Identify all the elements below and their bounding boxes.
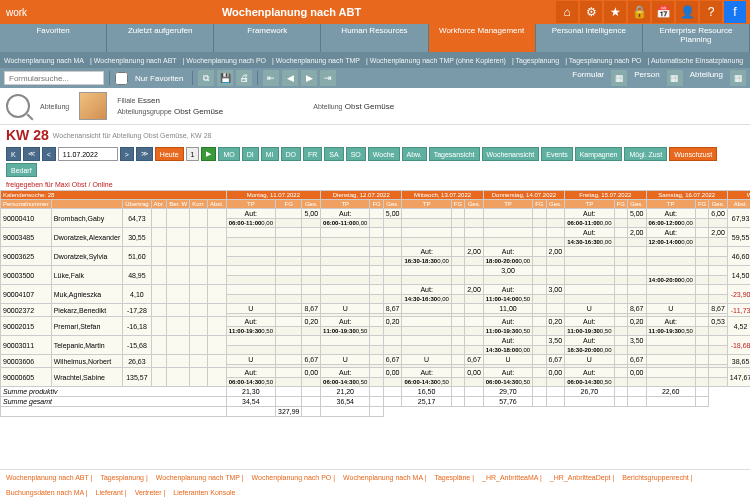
tb-right-2[interactable]: Abteilung — [686, 70, 727, 86]
table-body: 90000410Brombach,Gaby64,73Aut:5,00Aut:5,… — [1, 209, 751, 417]
footer-link-11[interactable]: Vertreter | — [135, 489, 166, 496]
ctrl-btn-3[interactable]: 11.07.2022 — [58, 147, 118, 161]
app-name: work — [0, 7, 27, 18]
table-head: Kalenderwoche: 28Montag, 11.07.2022Diens… — [1, 191, 751, 209]
tab-3[interactable]: Human Resources — [321, 24, 428, 52]
sublink-2[interactable]: | Wochenplanung nach PO — [183, 57, 266, 64]
schedule-table-wrap[interactable]: Kalenderwoche: 28Montag, 11.07.2022Diens… — [0, 190, 750, 470]
tab-2[interactable]: Framework — [214, 24, 321, 52]
tb-right-1[interactable]: Person — [630, 70, 663, 86]
sub-nav: Wochenplanung nach MA| Wochenplanung nac… — [0, 52, 750, 68]
page-title: Wochenplanung nach ABT — [27, 6, 556, 18]
ctrl-btn-13[interactable]: FR — [303, 147, 322, 161]
search-icon[interactable] — [6, 94, 30, 118]
lock-icon[interactable]: 🔒 — [628, 1, 650, 23]
tb-right-btn-1[interactable]: ▦ — [667, 70, 683, 86]
tab-0[interactable]: Favoriten — [0, 24, 107, 52]
top-tabs: FavoritenZuletzt aufgerufenFrameworkHuma… — [0, 24, 750, 52]
tab-4[interactable]: Workforce Management — [429, 24, 536, 52]
ctrl-btn-12[interactable]: DO — [281, 147, 302, 161]
footer-link-12[interactable]: Lieferanten Konsole — [173, 489, 235, 496]
ctrl-btn-23[interactable]: Wunschzust — [669, 147, 717, 161]
facebook-icon[interactable]: f — [724, 1, 746, 23]
app-header: work Wochenplanung nach ABT ⌂ ⚙ ★ 🔒 📅 👤 … — [0, 0, 750, 24]
ctrl-btn-16[interactable]: Woche — [368, 147, 400, 161]
footer-link-3[interactable]: Wochenplanung nach PO | — [252, 474, 335, 481]
footer-link-8[interactable]: Berichtsgruppenrecht | — [622, 474, 692, 481]
sublink-6[interactable]: | Tagesplanung nach PO — [565, 57, 641, 64]
release-note: freigegeben für Maxi Obst / Online — [0, 179, 750, 190]
sublink-3[interactable]: | Wochenplanung nach TMP — [272, 57, 360, 64]
footer-link-1[interactable]: Tagesplanung | — [100, 474, 147, 481]
tb-save-icon[interactable]: 💾 — [217, 70, 233, 86]
ctrl-btn-22[interactable]: Mögl. Zust — [624, 147, 667, 161]
ctrl-btn-8[interactable]: ▶ — [201, 147, 216, 161]
schedule-table: Kalenderwoche: 28Montag, 11.07.2022Diens… — [0, 190, 750, 417]
footer-link-5[interactable]: Tagespläne | — [434, 474, 474, 481]
sublink-1[interactable]: | Wochenplanung nach ABT — [90, 57, 177, 64]
footer-link-10[interactable]: Lieferant | — [96, 489, 127, 496]
ctrl-btn-15[interactable]: SO — [346, 147, 366, 161]
tb-nav-next-icon[interactable]: ▶ — [301, 70, 317, 86]
ctrl-btn-18[interactable]: Tagesansicht — [429, 147, 480, 161]
sublink-7[interactable]: | Automatische Einsatzplanung — [648, 57, 744, 64]
tb-print-icon[interactable]: 🖨 — [236, 70, 252, 86]
ctrl-btn-6[interactable]: Heute — [155, 147, 184, 161]
ctrl-btn-20[interactable]: Events — [541, 147, 572, 161]
footer-link-9[interactable]: Buchungsdaten nach MA | — [6, 489, 88, 496]
sublink-5[interactable]: | Tagesplanung — [512, 57, 559, 64]
tab-1[interactable]: Zuletzt aufgerufen — [107, 24, 214, 52]
footer-link-7[interactable]: _HR_AnbritteaDept | — [550, 474, 614, 481]
control-row: K≪<11.07.2022>≫Heute1▶MODIMIDOFRSASOWoch… — [0, 145, 750, 179]
user-icon[interactable]: 👤 — [676, 1, 698, 23]
tb-copy-icon[interactable]: ⧉ — [198, 70, 214, 86]
favorites-checkbox[interactable] — [115, 72, 128, 85]
tb-right-btn-2[interactable]: ▦ — [730, 70, 746, 86]
footer-link-0[interactable]: Wochenplanung nach ABT | — [6, 474, 92, 481]
ctrl-btn-10[interactable]: DI — [242, 147, 259, 161]
search-input[interactable] — [4, 71, 104, 85]
week-subtitle: Wochenansicht für Abteilung Obst Gemüse,… — [53, 132, 212, 139]
ctrl-btn-21[interactable]: Kampagnen — [575, 147, 623, 161]
tab-5[interactable]: Personal Intelligence — [536, 24, 643, 52]
tb-right-btn-0[interactable]: ▦ — [611, 70, 627, 86]
star-icon[interactable]: ★ — [604, 1, 626, 23]
tb-nav-last-icon[interactable]: ⇥ — [320, 70, 336, 86]
ctrl-btn-9[interactable]: MO — [218, 147, 239, 161]
tab-6[interactable]: Enterprise Resource Planning — [643, 24, 750, 52]
ctrl-btn-4[interactable]: > — [120, 147, 134, 161]
sublink-4[interactable]: | Wochenplanung nach TMP (ohne Kopieren) — [366, 57, 506, 64]
ctrl-btn-17[interactable]: Abw. — [402, 147, 427, 161]
footer-link-2[interactable]: Wochenplanung nach TMP | — [156, 474, 244, 481]
ctrl-btn-1[interactable]: ≪ — [23, 147, 40, 161]
tb-nav-prev-icon[interactable]: ◀ — [282, 70, 298, 86]
week-row: KW 28 Wochenansicht für Abteilung Obst G… — [0, 125, 750, 145]
ctrl-btn-0[interactable]: K — [6, 147, 21, 161]
header-icons: ⌂ ⚙ ★ 🔒 📅 👤 ? f — [556, 1, 750, 23]
toolbar-right: Formular▦Person▦Abteilung▦ — [568, 70, 746, 86]
ctrl-btn-5[interactable]: ≫ — [136, 147, 153, 161]
calendar-icon[interactable]: 📅 — [652, 1, 674, 23]
week-number: KW 28 — [6, 127, 49, 143]
help-icon[interactable]: ? — [700, 1, 722, 23]
ctrl-btn-7[interactable]: 1 — [186, 147, 200, 161]
footer-link-4[interactable]: Wochenplanung nach MA | — [343, 474, 426, 481]
ctrl-btn-2[interactable]: < — [42, 147, 56, 161]
footer-link-6[interactable]: _HR_AnbritteaMA | — [482, 474, 542, 481]
favorites-label: Nur Favoriten — [131, 74, 187, 83]
ctrl-btn-24[interactable]: Bedarf — [6, 163, 37, 177]
tb-nav-first-icon[interactable]: ⇤ — [263, 70, 279, 86]
abt-label: Abteilung — [40, 103, 69, 110]
ctrl-btn-19[interactable]: Wochenansicht — [482, 147, 540, 161]
gear-icon[interactable]: ⚙ — [580, 1, 602, 23]
home-icon[interactable]: ⌂ — [556, 1, 578, 23]
toolbar: Nur Favoriten ⧉ 💾 🖨 ⇤ ◀ ▶ ⇥ Formular▦Per… — [0, 68, 750, 88]
avatar — [79, 92, 107, 120]
filter-row: Abteilung Filiale Essen Abteilungsgruppe… — [0, 88, 750, 125]
ctrl-btn-14[interactable]: SA — [324, 147, 343, 161]
tb-right-0[interactable]: Formular — [568, 70, 608, 86]
ctrl-btn-11[interactable]: MI — [261, 147, 279, 161]
sublink-0[interactable]: Wochenplanung nach MA — [4, 57, 84, 64]
footer-links: Wochenplanung nach ABT |Tagesplanung |Wo… — [0, 469, 750, 500]
